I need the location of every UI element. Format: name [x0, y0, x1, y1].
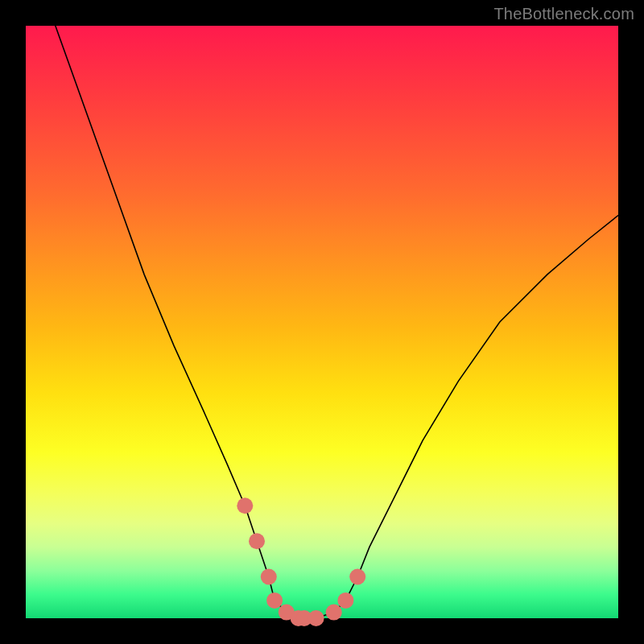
highlight-dot	[326, 605, 342, 621]
highlight-dot	[237, 497, 253, 514]
highlight-markers	[237, 497, 365, 626]
watermark-text: TheBottleneck.com	[493, 5, 634, 23]
chart-stage: TheBottleneck.com	[0, 0, 644, 644]
highlight-dot	[266, 592, 283, 609]
highlight-dot	[249, 533, 265, 549]
curve-layer	[26, 26, 618, 618]
highlight-dot	[261, 569, 277, 585]
bottleneck-curve	[56, 26, 618, 618]
highlight-dot	[337, 592, 353, 609]
highlight-dot	[308, 610, 324, 626]
highlight-dot	[349, 569, 365, 585]
